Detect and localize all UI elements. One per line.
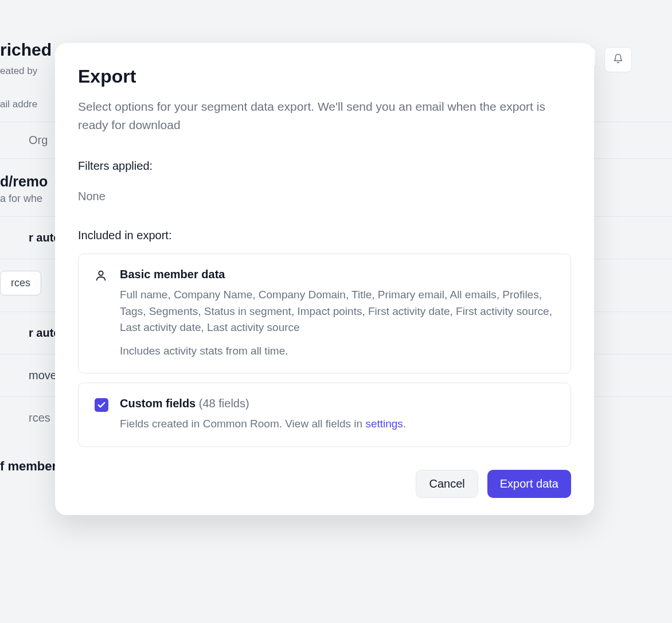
export-modal: Export Select options for your segment d… [55, 43, 594, 515]
bell-icon [613, 53, 623, 64]
cancel-button[interactable]: Cancel [416, 470, 478, 498]
svg-point-0 [99, 271, 103, 275]
custom-fields-title: Custom fields (48 fields) [120, 397, 554, 410]
modal-footer: Cancel Export data [78, 470, 571, 498]
filters-applied-label: Filters applied: [78, 159, 571, 173]
org-tab-partial: Org [29, 134, 48, 146]
modal-description: Select options for your segment data exp… [78, 98, 571, 134]
export-data-button[interactable]: Export data [487, 470, 571, 498]
bell-button[interactable] [604, 47, 632, 72]
check-icon [97, 400, 106, 410]
custom-fields-card: Custom fields (48 fields) Fields created… [78, 383, 571, 447]
basic-member-data-card: Basic member data Full name, Company Nam… [78, 254, 571, 373]
custom-fields-desc: Fields created in Common Room. View all … [120, 416, 554, 433]
basic-data-fields: Full name, Company Name, Company Domain,… [120, 289, 552, 333]
included-label: Included in export: [78, 229, 571, 242]
person-icon [95, 268, 108, 359]
basic-data-title: Basic member data [120, 268, 554, 281]
custom-fields-checkbox[interactable] [95, 398, 108, 412]
settings-link[interactable]: settings [365, 418, 403, 430]
custom-fields-count: (48 fields) [199, 397, 249, 410]
filters-applied-value: None [78, 190, 571, 203]
sources-button-partial[interactable]: rces [0, 271, 41, 295]
basic-data-note: Includes activity stats from all time. [120, 345, 288, 357]
modal-title: Export [78, 66, 571, 87]
